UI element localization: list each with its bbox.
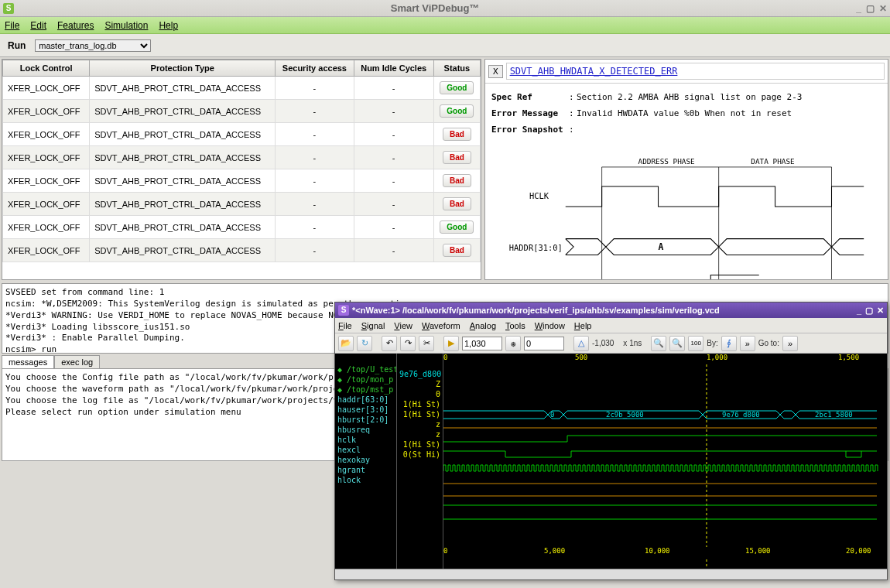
nwave-menu-analog[interactable]: Analog	[470, 321, 496, 330]
signal-name[interactable]: ◆ /top/mon_p	[335, 374, 396, 385]
table-row[interactable]: XFER_LOCK_OFFSDVT_AHB_PROT_CTRL_DATA_ACC…	[3, 169, 481, 193]
transaction-table-pane: Lock ControlProtection TypeSecurity acce…	[2, 59, 481, 280]
table-header[interactable]: Lock Control	[3, 60, 90, 77]
search-mode-icon[interactable]: ⨕	[721, 336, 737, 351]
nwave-title: *<nWave:1> /local/work/fv/pkumar/work/pr…	[352, 306, 720, 315]
addr-phase-label: ADDRESS PHASE	[638, 156, 696, 165]
time-input[interactable]	[462, 337, 502, 350]
nwave-maximize-icon[interactable]: ▢	[865, 306, 873, 316]
error-name-link[interactable]: SDVT_AHB_HWDATA_X_DETECTED_ERR	[506, 63, 885, 80]
error-snapshot-label: Error Snapshot	[491, 122, 569, 138]
signal-value: 1(Hi St)	[397, 439, 443, 450]
cut-icon[interactable]: ✂	[419, 336, 434, 351]
table-row[interactable]: XFER_LOCK_OFFSDVT_AHB_PROT_CTRL_DATA_ACC…	[3, 239, 481, 262]
db-select[interactable]: master_trans_log.db	[35, 39, 151, 52]
table-header[interactable]: Security access	[276, 60, 354, 77]
cursor-delta-value: -1,030	[592, 339, 614, 347]
status-button[interactable]: Good	[440, 220, 474, 234]
minimize-icon[interactable]: _	[856, 3, 861, 14]
nwave-titlebar[interactable]: S *<nWave:1> /local/work/fv/pkumar/work/…	[335, 303, 887, 318]
table-row[interactable]: XFER_LOCK_OFFSDVT_AHB_PROT_CTRL_DATA_ACC…	[3, 100, 481, 123]
menu-features[interactable]: Features	[57, 20, 94, 31]
nwave-menu-window[interactable]: Window	[535, 321, 565, 330]
close-icon[interactable]: ✕	[879, 3, 887, 14]
signal-name[interactable]: ◆ /top/U_test	[335, 364, 396, 374]
open-icon[interactable]: 📂	[338, 336, 354, 351]
signal-name[interactable]: hgrant	[335, 465, 396, 475]
spec-ref-value: Section 2.2 AMBA AHB signal list on page…	[577, 90, 802, 106]
spec-ref-label: Spec Ref	[491, 90, 569, 106]
status-button[interactable]: Good	[440, 104, 474, 118]
delta-input[interactable]	[524, 337, 564, 350]
nwave-close-icon[interactable]: ✕	[877, 306, 884, 316]
signal-name[interactable]: hbusreq	[335, 425, 396, 435]
table-row[interactable]: XFER_LOCK_OFFSDVT_AHB_PROT_CTRL_DATA_ACC…	[3, 216, 481, 239]
status-button[interactable]: Bad	[443, 174, 471, 187]
nwave-minimize-icon[interactable]: _	[857, 306, 861, 315]
status-button[interactable]: Bad	[443, 244, 471, 257]
signal-name[interactable]: hburst[2:0]	[335, 415, 396, 425]
more-icon[interactable]: »	[740, 336, 755, 351]
nwave-menu-waveform[interactable]: Waveform	[422, 321, 460, 330]
redo-icon[interactable]: ↷	[400, 336, 416, 351]
table-row[interactable]: XFER_LOCK_OFFSDVT_AHB_PROT_CTRL_DATA_ACC…	[3, 193, 481, 216]
signal-value: 9e76_d800	[397, 369, 443, 379]
by-label: By:	[707, 339, 717, 347]
nwave-toolbar: 📂 ↻ ↶ ↷ ✂ ▶ ⎈ △ -1,030 x 1ns 🔍 🔍 100 By:…	[335, 333, 887, 354]
undo-icon[interactable]: ↶	[382, 336, 397, 351]
signal-value: 1(Hi St)	[397, 399, 443, 409]
signal-value: 0(St Hi)	[397, 450, 443, 460]
svg-text:0: 0	[550, 411, 554, 419]
run-toolbar: Run master_trans_log.db	[0, 34, 890, 57]
nwave-menubar: FileSignalViewWaveformAnalogToolsWindowH…	[335, 318, 887, 333]
delta-icon[interactable]: △	[573, 336, 589, 351]
signal-value: 0	[397, 389, 443, 399]
tab-exec-log[interactable]: exec log	[54, 355, 100, 368]
table-row[interactable]: XFER_LOCK_OFFSDVT_AHB_PROT_CTRL_DATA_ACC…	[3, 123, 481, 146]
reload-icon[interactable]: ↻	[357, 336, 372, 351]
menu-file[interactable]: File	[5, 20, 19, 31]
table-header[interactable]: Status	[433, 60, 480, 77]
nwave-hscroll[interactable]	[335, 569, 887, 579]
svg-text:2bc1_5800: 2bc1_5800	[815, 411, 853, 419]
waveform-canvas[interactable]: 05001,0001,500 02c9b_50009e76_d8002bc1_5…	[443, 354, 887, 569]
cursor-icon[interactable]: ▶	[443, 336, 459, 351]
menu-simulation[interactable]: Simulation	[104, 20, 148, 31]
status-button[interactable]: Bad	[443, 197, 471, 210]
status-button[interactable]: Good	[440, 81, 474, 94]
error-detail-pane: X SDVT_AHB_HWDATA_X_DETECTED_ERR Spec Re…	[484, 59, 888, 280]
nwave-menu-tools[interactable]: Tools	[505, 321, 525, 330]
maximize-icon[interactable]: ▢	[866, 3, 875, 14]
ruler-top: 05001,0001,500	[443, 354, 887, 364]
value-list[interactable]: 9e76_d800Z01(Hi St)1(Hi St)zz1(Hi St)0(S…	[397, 354, 443, 569]
tab-messages[interactable]: messages	[2, 355, 54, 368]
nwave-menu-help[interactable]: Help	[574, 321, 592, 330]
status-button[interactable]: Bad	[443, 128, 471, 141]
menu-edit[interactable]: Edit	[30, 20, 46, 31]
zoom-pct-button[interactable]: 100	[688, 336, 703, 351]
zoom-out-icon[interactable]: 🔍	[651, 336, 666, 351]
signal-name[interactable]: hexokay	[335, 455, 396, 465]
table-row[interactable]: XFER_LOCK_OFFSDVT_AHB_PROT_CTRL_DATA_ACC…	[3, 77, 481, 100]
signal-name[interactable]: haddr[63:0]	[335, 395, 396, 405]
signal-name[interactable]: ◆ /top/mst_p	[335, 385, 396, 395]
goto-more-icon[interactable]: »	[782, 336, 798, 351]
nwave-menu-signal[interactable]: Signal	[361, 321, 385, 330]
status-button[interactable]: Bad	[443, 151, 471, 164]
anchor-icon[interactable]: ⎈	[505, 336, 521, 351]
nwave-menu-view[interactable]: View	[394, 321, 412, 330]
nwave-app-icon: S	[338, 305, 349, 316]
table-header[interactable]: Num Idle Cycles	[354, 60, 433, 77]
signal-name[interactable]: hlock	[335, 475, 396, 485]
signal-list[interactable]: ◆ /top/U_test◆ /top/mon_p◆ /top/mst_phad…	[335, 354, 397, 569]
nwave-menu-file[interactable]: File	[338, 321, 352, 330]
signal-name[interactable]: hauser[3:0]	[335, 405, 396, 415]
zoom-in-icon[interactable]: 🔍	[669, 336, 685, 351]
signal-name[interactable]: hexcl	[335, 445, 396, 455]
menu-help[interactable]: Help	[159, 20, 178, 31]
table-header[interactable]: Protection Type	[90, 60, 276, 77]
run-button[interactable]: Run	[8, 40, 26, 51]
signal-name[interactable]: hclk	[335, 435, 396, 445]
table-row[interactable]: XFER_LOCK_OFFSDVT_AHB_PROT_CTRL_DATA_ACC…	[3, 146, 481, 169]
clear-error-button[interactable]: X	[488, 65, 503, 78]
